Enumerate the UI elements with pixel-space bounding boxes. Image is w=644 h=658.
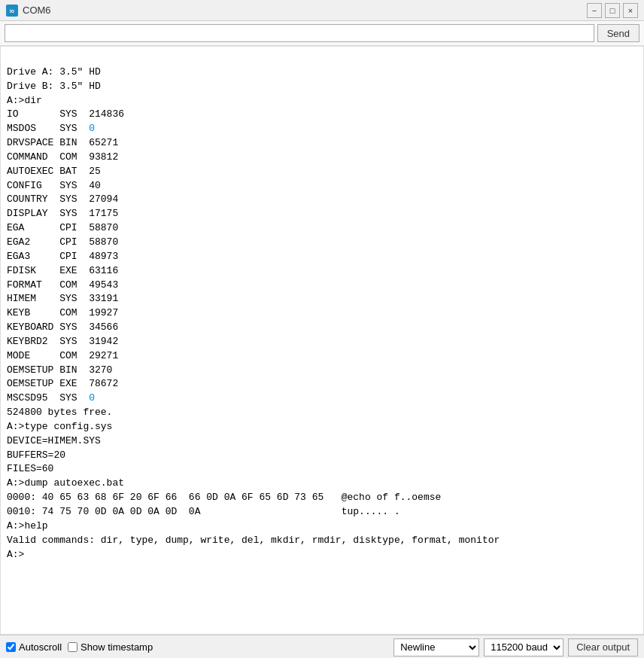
output-line: A:>help	[7, 519, 637, 534]
output-line: KEYBRD2 SYS 31942	[7, 335, 637, 349]
window-title: COM6	[23, 5, 51, 16]
output-line: Drive A: 3.5" HD	[7, 65, 637, 80]
output-line: EGA CPI 58870	[7, 221, 637, 236]
output-line: MSCSD95 SYS 0	[7, 391, 637, 406]
output-line: COUNTRY SYS 27094	[7, 193, 637, 207]
clear-output-button[interactable]: Clear output	[568, 638, 638, 656]
window-controls: − □ ×	[587, 3, 638, 18]
timestamp-label: Show timestamp	[80, 641, 153, 653]
output-line: 524800 bytes free.	[7, 406, 637, 420]
output-line: A:>type config.sys	[7, 420, 637, 434]
output-line: A:>dir	[7, 94, 637, 108]
status-bar: Autoscroll Show timestamp Newline No lin…	[0, 635, 644, 658]
output-line: OEMSETUP BIN 3270	[7, 364, 637, 378]
output-line: Valid commands: dir, type, dump, write, …	[7, 534, 637, 548]
output-line: EGA2 CPI 58870	[7, 236, 637, 250]
timestamp-group[interactable]: Show timestamp	[68, 641, 153, 653]
output-line: FILES=60	[7, 462, 637, 477]
svg-text:io: io	[10, 8, 14, 14]
output-area: Drive A: 3.5" HDDrive B: 3.5" HDA:>dirIO…	[0, 46, 644, 635]
output-line: CONFIG SYS 40	[7, 179, 637, 193]
title-bar: io COM6 − □ ×	[0, 0, 644, 21]
output-line: DISPLAY SYS 17175	[7, 207, 637, 221]
autoscroll-label: Autoscroll	[19, 641, 62, 653]
send-button[interactable]: Send	[597, 24, 639, 42]
output-line: HIMEM SYS 33191	[7, 292, 637, 306]
status-left: Autoscroll Show timestamp	[6, 641, 153, 653]
autoscroll-checkbox[interactable]	[6, 642, 16, 652]
output-line: 0000: 40 65 63 68 6F 20 6F 66 66 0D 0A 6…	[7, 491, 637, 505]
output-line: KEYBOARD SYS 34566	[7, 321, 637, 335]
output-line: IO SYS 214836	[7, 108, 637, 122]
command-input[interactable]	[5, 24, 594, 42]
app-icon: io	[6, 5, 18, 17]
status-right: Newline No line ending CR LF CR+LF 300 b…	[393, 638, 638, 656]
output-line: 0010: 74 75 70 0D 0A 0D 0A 0D 0A tup....…	[7, 505, 637, 519]
toolbar: Send	[0, 21, 644, 46]
output-line: FDISK EXE 63116	[7, 264, 637, 279]
baud-select[interactable]: 300 baud 1200 baud 2400 baud 4800 baud 9…	[484, 638, 564, 656]
output-line: Drive B: 3.5" HD	[7, 80, 637, 94]
output-line: A:>dump autoexec.bat	[7, 477, 637, 491]
output-line: FORMAT COM 49543	[7, 279, 637, 293]
output-line: AUTOEXEC BAT 25	[7, 165, 637, 179]
output-line: DRVSPACE BIN 65271	[7, 136, 637, 151]
output-line: KEYB COM 19927	[7, 306, 637, 321]
close-button[interactable]: ×	[623, 3, 638, 18]
output-line: COMMAND COM 93812	[7, 151, 637, 165]
output-line: A:>	[7, 548, 637, 562]
output-line: DEVICE=HIMEM.SYS	[7, 434, 637, 449]
newline-select[interactable]: Newline No line ending CR LF CR+LF	[393, 638, 479, 656]
maximize-button[interactable]: □	[605, 3, 620, 18]
output-line: MODE COM 29271	[7, 349, 637, 364]
output-line: EGA3 CPI 48973	[7, 250, 637, 264]
autoscroll-group[interactable]: Autoscroll	[6, 641, 62, 653]
output-line: BUFFERS=20	[7, 449, 637, 463]
output-line: OEMSETUP EXE 78672	[7, 377, 637, 391]
timestamp-checkbox[interactable]	[68, 642, 77, 652]
title-bar-left: io COM6	[6, 5, 51, 17]
output-line: MSDOS SYS 0	[7, 122, 637, 136]
minimize-button[interactable]: −	[587, 3, 602, 18]
